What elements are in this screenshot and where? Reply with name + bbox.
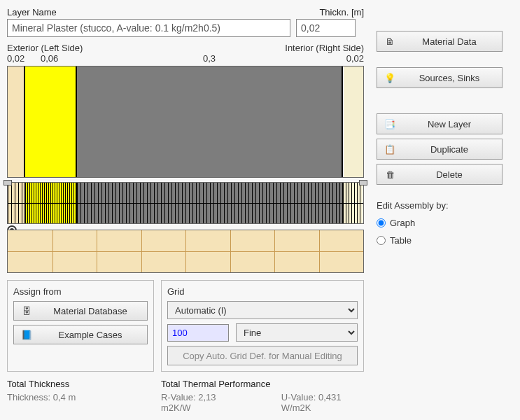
grid-fineness-select[interactable]: Fine [236, 323, 358, 342]
u-value: U-Value: 0,431 W/m2K [281, 392, 364, 413]
assign-from-panel: Assign from 🗄 Material Database 📘 Exampl… [7, 280, 154, 372]
document-icon: 🗎 [384, 36, 395, 47]
bulb-icon: 💡 [384, 73, 395, 83]
thickness-input[interactable] [296, 19, 356, 37]
tick-labels: 0,02 0,06 0,3 0,02 [7, 53, 364, 66]
thermal-perf-label: Total Thermal Performance [161, 379, 364, 389]
database-icon: 🗄 [21, 306, 32, 316]
grid-seg-4 [343, 183, 363, 223]
layer-name-label: Layer Name [7, 7, 57, 18]
grid-title: Grid [167, 286, 358, 297]
example-cases-button[interactable]: 📘 Example Cases [13, 325, 148, 344]
assign-from-title: Assign from [13, 286, 148, 297]
sources-sinks-button[interactable]: 💡 Sources, Sinks [377, 67, 503, 88]
layer-4[interactable] [344, 66, 363, 177]
r-value: R-Value: 2,13 m2K/W [161, 392, 239, 413]
total-thickness-label: Total Thickness [7, 379, 133, 389]
exterior-label: Exterior (Left Side) [7, 43, 83, 53]
grid-canvas[interactable] [7, 182, 364, 224]
example-icon: 📘 [21, 330, 32, 340]
new-layer-icon: 📑 [384, 119, 395, 130]
material-database-button[interactable]: 🗄 Material Database [13, 301, 148, 321]
total-thickness-value: Thickness: 0,4 m [7, 392, 133, 402]
delete-button[interactable]: 🗑 Delete [377, 164, 503, 185]
new-layer-button[interactable]: 📑 New Layer [377, 113, 503, 134]
trash-icon: 🗑 [384, 169, 395, 180]
interior-label: Interior (Right Side) [285, 43, 364, 53]
edit-by-table-radio[interactable]: Table [377, 235, 503, 246]
layer-1[interactable] [8, 66, 25, 177]
grid-handle-left[interactable] [3, 180, 12, 186]
layer-name-input[interactable] [7, 19, 290, 37]
grid-handle-right[interactable] [359, 180, 367, 186]
table-canvas[interactable] [7, 230, 364, 273]
grid-seg-2 [25, 183, 77, 223]
thickness-label: Thickn. [m] [319, 7, 364, 18]
copy-grid-def-button[interactable]: Copy Auto. Grid Def. for Manual Editing [167, 346, 358, 365]
grid-panel: Grid Automatic (I) Fine Copy Auto. Grid … [161, 280, 364, 372]
material-data-button[interactable]: 🗎 Material Data [377, 31, 503, 52]
grid-mode-select[interactable]: Automatic (I) [167, 301, 358, 319]
grid-seg-3 [77, 183, 343, 223]
grid-count-input[interactable] [167, 324, 229, 342]
layer-2[interactable] [25, 66, 77, 177]
layer-3[interactable] [77, 66, 343, 177]
edit-assembly-label: Edit Assembly by: [377, 200, 503, 211]
grid-seg-1 [8, 183, 25, 223]
edit-by-graph-radio[interactable]: Graph [377, 218, 503, 228]
layer-structure-canvas[interactable] [7, 66, 364, 178]
duplicate-button[interactable]: 📋 Duplicate [377, 139, 503, 160]
duplicate-icon: 📋 [384, 144, 395, 155]
